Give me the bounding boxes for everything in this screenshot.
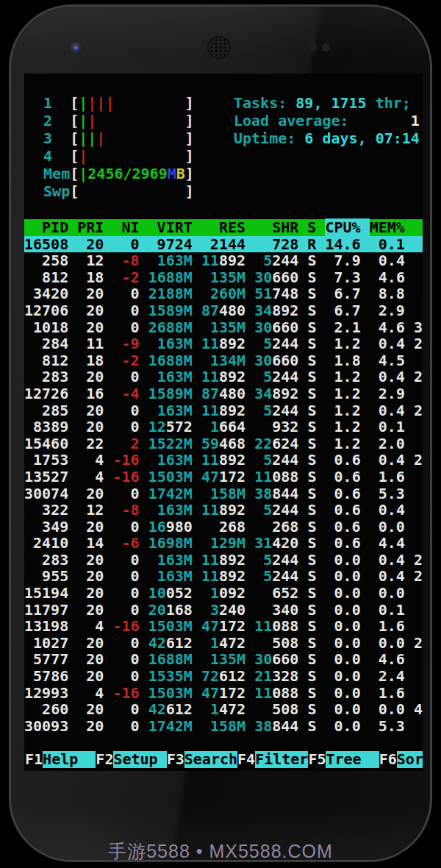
table-header-row[interactable]: PID PRI NI VIRT RES SHR S CPU% MEM%: [24, 219, 423, 236]
meter-1: 1 [|||| ]: [26, 94, 194, 112]
process-row[interactable]: 5777 20 0 1688M 135M 30660 S 0.0 4.6: [24, 651, 423, 668]
sort-column-header: CPU%: [325, 218, 369, 236]
process-row-selected[interactable]: 16508 20 0 9724 2144 728 R 14.6 0.1: [24, 236, 423, 253]
fkey-f5-tree[interactable]: F5Tree: [308, 751, 379, 768]
process-row[interactable]: 30093 20 0 1742M 158M 38844 S 0.0 5.3: [24, 718, 423, 735]
fkey-f2-setup[interactable]: F2Setup: [96, 751, 166, 768]
process-row[interactable]: 322 12 -8 163M 11892 5244 S 0.6 0.4: [24, 502, 423, 519]
cpu-memory-meters: 1 [|||| ] 2 [|| ] 3 [||| ] 4 [| ] Mem[|2…: [26, 94, 194, 200]
process-row[interactable]: 2410 14 -6 1698M 129M 31420 S 0.6 4.4: [24, 535, 423, 552]
fkey-f1-help[interactable]: F1Help: [25, 751, 96, 768]
process-row[interactable]: 11797 20 0 20168 3240 340 S 0.0 0.1: [24, 602, 423, 619]
process-row[interactable]: 13198 4 -16 1503M 47172 11088 S 0.0 1.6: [24, 618, 423, 635]
meter-3: 3 [||| ]: [26, 129, 194, 147]
loadavg-line: Load average: 1: [234, 112, 420, 129]
function-key-bar: F1Help F2Setup F3SearchF4FilterF5Tree F6…: [25, 751, 423, 769]
process-row[interactable]: 15194 20 0 10052 1092 652 S 0.0 0.0: [24, 585, 423, 602]
front-camera-icon: [70, 42, 83, 55]
process-row[interactable]: 5786 20 0 1535M 72612 21328 S 0.0 2.4: [24, 668, 423, 685]
process-row[interactable]: 1027 20 0 42612 1472 508 S 0.0 0.0 2: [24, 635, 423, 652]
process-row[interactable]: 283 20 0 163M 11892 5244 S 1.2 0.4 2: [24, 369, 423, 385]
fkey-f4-filter[interactable]: F4Filter: [237, 751, 308, 768]
process-table: PID PRI NI VIRT RES SHR S CPU% MEM% 1650…: [24, 219, 423, 734]
meter-mem: Mem[|2456/2969MB]: [26, 165, 194, 182]
light-sensor-icon: [322, 43, 330, 51]
process-row[interactable]: 812 18 -2 1688M 134M 30660 S 1.8 4.5: [24, 352, 423, 369]
uptime-line: Uptime: 6 days, 07:14: [234, 129, 420, 147]
meter-4: 4 [| ]: [26, 147, 194, 165]
tasks-line: Tasks: 89, 1715 thr;: [234, 94, 420, 112]
process-row[interactable]: 12726 16 -4 1589M 87480 34892 S 1.2 2.9: [24, 385, 423, 402]
process-row[interactable]: 285 20 0 163M 11892 5244 S 1.2 0.4 2: [24, 402, 423, 419]
fkey-f3-search[interactable]: F3Search: [167, 751, 237, 768]
process-row[interactable]: 3420 20 0 2188M 260M 51748 S 6.7 8.8: [24, 285, 423, 302]
watermark-text: 手游5588 • MX5588.COM: [0, 839, 441, 864]
process-row[interactable]: 8389 20 0 12572 1664 932 S 1.2 0.1: [24, 419, 423, 435]
meter-swp: Swp[ ]: [26, 182, 194, 200]
meter-2: 2 [|| ]: [26, 112, 194, 129]
fkey-f6-sor[interactable]: F6Sor: [379, 751, 423, 768]
process-row[interactable]: 15460 22 2 1522M 59468 22624 S 1.2 2.0: [24, 435, 423, 452]
earpiece-speaker-grille-icon: [207, 36, 231, 59]
process-row[interactable]: 955 20 0 163M 11892 5244 S 0.0 0.4 2: [24, 568, 423, 585]
process-row[interactable]: 12993 4 -16 1503M 47172 11088 S 0.0 1.6: [24, 685, 423, 702]
process-row[interactable]: 30074 20 0 1742M 158M 38844 S 0.6 5.3: [24, 485, 423, 502]
process-row[interactable]: 284 11 -9 163M 11892 5244 S 1.2 0.4 2: [24, 335, 423, 352]
process-row[interactable]: 13527 4 -16 1503M 47172 11088 S 0.6 1.6: [24, 469, 423, 485]
camera-lens-icon: [74, 46, 79, 51]
process-row[interactable]: 258 12 -8 163M 11892 5244 S 7.9 0.4: [24, 252, 423, 269]
terminal-screen: 1 [|||| ] 2 [|| ] 3 [||| ] 4 [| ] Mem[|2…: [24, 74, 423, 771]
system-info-column: Tasks: 89, 1715 thr;Load average: 1Uptim…: [234, 94, 420, 147]
process-row[interactable]: 283 20 0 163M 11892 5244 S 0.0 0.4 2: [24, 552, 423, 569]
proximity-sensor-icon: [309, 43, 317, 51]
process-row[interactable]: 1753 4 -16 163M 11892 5244 S 0.6 0.4 2: [24, 452, 423, 469]
process-row[interactable]: 1018 20 0 2688M 135M 30660 S 2.1 4.6 3: [24, 319, 423, 336]
process-row[interactable]: 812 18 -2 1688M 135M 30660 S 7.3 4.6: [24, 269, 423, 286]
process-row[interactable]: 260 20 0 42612 1472 508 S 0.0 0.0 4: [24, 701, 423, 718]
process-row[interactable]: 12706 20 0 1589M 87480 34892 S 6.7 2.9: [24, 302, 423, 319]
process-row[interactable]: 349 20 0 16980 268 268 S 0.6 0.0: [24, 519, 423, 536]
